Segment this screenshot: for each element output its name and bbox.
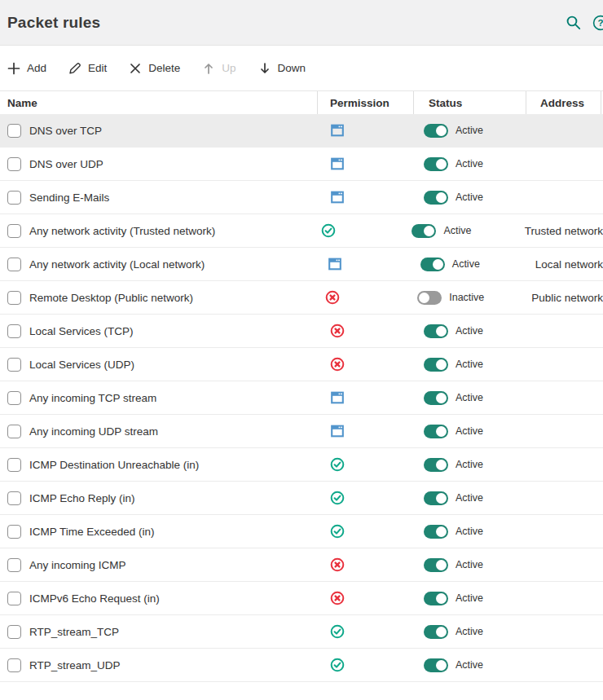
status-toggle[interactable] — [424, 358, 448, 372]
status-toggle[interactable] — [412, 224, 436, 238]
table-row[interactable]: ICMPv6 Echo Request (in) Active — [0, 582, 603, 615]
column-header-status: Status — [413, 91, 526, 114]
status-toggle[interactable] — [424, 458, 448, 472]
row-checkbox[interactable] — [7, 157, 21, 171]
status-label: Active — [452, 258, 480, 270]
table-row[interactable]: DNS over TCP Active — [0, 114, 603, 147]
row-checkbox[interactable] — [7, 625, 21, 639]
rule-name: Any network activity (Local network) — [29, 258, 205, 271]
table-row[interactable]: ICMP Echo Reply (in) Active — [0, 482, 603, 515]
status-toggle[interactable] — [424, 592, 448, 605]
status-cell: Active — [413, 425, 526, 438]
rule-name: RTP_stream_TCP — [29, 626, 119, 638]
table-row[interactable]: Any network activity (Local network) Act… — [0, 248, 603, 281]
toggle-knob — [433, 259, 443, 270]
status-cell: Active — [401, 224, 510, 238]
status-toggle[interactable] — [424, 425, 448, 438]
row-checkbox[interactable] — [7, 258, 21, 271]
status-toggle[interactable] — [424, 558, 448, 572]
allow-check-icon — [321, 223, 336, 238]
move-up-button[interactable]: Up — [202, 62, 235, 75]
status-cell: Active — [413, 491, 526, 505]
allow-check-icon — [330, 491, 345, 505]
svg-text:?: ? — [597, 18, 603, 28]
table-row[interactable]: RTP_stream_UDP Active — [0, 649, 603, 682]
table-row[interactable]: Sending E-Mails Active — [0, 181, 603, 214]
row-checkbox[interactable] — [7, 592, 21, 605]
search-icon[interactable] — [566, 15, 582, 31]
status-toggle[interactable] — [424, 525, 448, 539]
status-toggle[interactable] — [424, 625, 448, 639]
row-checkbox[interactable] — [7, 458, 21, 472]
pencil-icon — [68, 62, 81, 75]
status-toggle[interactable] — [424, 191, 448, 205]
help-icon[interactable]: ? — [592, 15, 603, 31]
status-cell: Active — [410, 258, 522, 271]
close-icon — [129, 62, 142, 75]
row-checkbox[interactable] — [7, 658, 21, 672]
rule-name: Remote Desktop (Public network) — [29, 292, 193, 304]
allow-check-icon — [330, 524, 345, 539]
table-row[interactable]: Any network activity (Trusted network) A… — [0, 214, 603, 248]
name-cell: ICMP Echo Reply (in) — [0, 491, 317, 505]
column-header-address: Address — [526, 91, 601, 114]
status-toggle[interactable] — [417, 291, 442, 305]
permission-cell — [317, 424, 413, 438]
row-checkbox[interactable] — [7, 558, 21, 572]
arrow-down-icon — [258, 62, 271, 75]
table-row[interactable]: Local Services (TCP) Active — [0, 315, 603, 348]
table-row[interactable]: DNS over UDP Active — [0, 147, 603, 181]
name-cell: Any incoming TCP stream — [0, 391, 317, 405]
row-checkbox[interactable] — [7, 525, 21, 539]
row-checkbox[interactable] — [7, 358, 21, 372]
name-cell: Local Services (TCP) — [0, 324, 317, 338]
status-toggle[interactable] — [424, 157, 448, 171]
row-checkbox[interactable] — [7, 224, 21, 238]
move-down-button[interactable]: Down — [258, 62, 306, 75]
table-row[interactable]: Any incoming TCP stream Active — [0, 381, 603, 415]
title-bar-icons: ? — [566, 0, 603, 46]
name-cell: Local Services (UDP) — [0, 358, 317, 372]
allow-check-icon — [330, 624, 345, 639]
row-checkbox[interactable] — [7, 391, 21, 405]
row-checkbox[interactable] — [7, 425, 21, 438]
name-cell: Any network activity (Trusted network) — [0, 224, 308, 238]
row-checkbox[interactable] — [7, 324, 21, 338]
status-toggle[interactable] — [420, 258, 445, 271]
column-header-permission: Permission — [317, 91, 413, 114]
permission-cell — [317, 190, 413, 205]
row-checkbox[interactable] — [7, 191, 21, 205]
arrow-up-icon — [202, 62, 215, 75]
status-cell: Active — [413, 458, 526, 472]
name-cell: Any network activity (Local network) — [0, 258, 315, 271]
table-row[interactable]: RTP_stream_TCP Active — [0, 615, 603, 649]
delete-button[interactable]: Delete — [129, 62, 180, 75]
add-button[interactable]: Add — [7, 62, 46, 75]
table-row[interactable]: Remote Desktop (Public network) Inactive… — [0, 281, 603, 315]
status-toggle[interactable] — [424, 491, 448, 505]
status-toggle[interactable] — [424, 324, 448, 338]
edit-button[interactable]: Edit — [68, 62, 107, 75]
move-down-button-label: Down — [278, 62, 306, 74]
prompt-window-icon — [330, 190, 345, 205]
status-cell: Active — [413, 324, 526, 338]
row-checkbox[interactable] — [7, 291, 21, 305]
rule-name: Any incoming ICMP — [29, 559, 126, 571]
table-row[interactable]: Local Services (UDP) Active — [0, 348, 603, 381]
rule-name: Local Services (TCP) — [29, 325, 134, 337]
table-row[interactable]: ICMP Time Exceeded (in) Active — [0, 515, 603, 548]
status-toggle[interactable] — [424, 391, 448, 405]
table-row[interactable]: Any incoming ICMP Active — [0, 548, 603, 582]
name-cell: ICMPv6 Echo Request (in) — [0, 592, 317, 605]
row-checkbox[interactable] — [7, 491, 21, 505]
table-row[interactable]: ICMP Destination Unreachable (in) Active — [0, 448, 603, 482]
name-cell: DNS over UDP — [0, 157, 317, 171]
table-row[interactable]: Any incoming UDP stream Active — [0, 415, 603, 448]
name-cell: RTP_stream_UDP — [0, 658, 317, 672]
rule-name: ICMP Echo Reply (in) — [29, 492, 135, 504]
block-cross-icon — [330, 324, 345, 338]
row-checkbox[interactable] — [7, 124, 21, 138]
status-toggle[interactable] — [424, 658, 448, 672]
rule-name: ICMP Time Exceeded (in) — [29, 526, 155, 538]
status-toggle[interactable] — [424, 124, 448, 138]
